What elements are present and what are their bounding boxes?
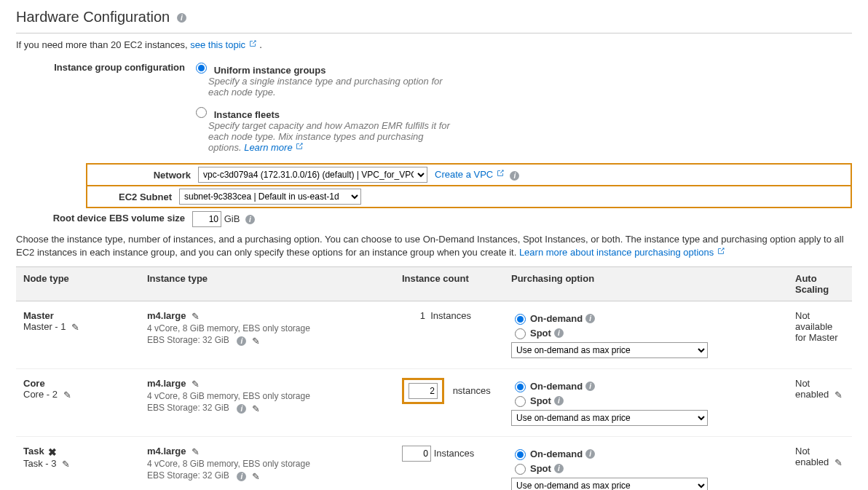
ondemand-label: On-demand [530, 381, 583, 392]
ondemand-option[interactable]: On-demand i [511, 379, 781, 392]
autoscale-text: Not enabled [795, 446, 829, 467]
instance-spec: 4 vCore, 8 GiB memory, EBS only storage [147, 391, 387, 401]
header-purchase: Purchasing option [504, 267, 788, 301]
spot-option[interactable]: Spot i [511, 326, 781, 339]
spot-radio[interactable] [515, 464, 526, 475]
node-type-cell: Core Core - 2 ✎ [16, 372, 140, 432]
fleets-learn-more[interactable]: Learn more [244, 142, 304, 153]
ondemand-option[interactable]: On-demand i [511, 312, 781, 325]
pencil-icon[interactable]: ✎ [62, 459, 70, 470]
uniform-title: Uniform instance groups [214, 65, 326, 76]
ondemand-label: On-demand [530, 313, 583, 324]
count-unit: nstances [453, 385, 491, 396]
info-icon[interactable]: i [237, 404, 246, 414]
spot-option[interactable]: Spot i [511, 462, 781, 475]
instance-count-input[interactable] [402, 446, 431, 462]
pencil-icon[interactable]: ✎ [192, 446, 200, 457]
autoscale-cell: Not enabled ✎ [788, 440, 852, 490]
pencil-icon[interactable]: ✎ [252, 336, 260, 347]
info-icon[interactable]: i [585, 382, 595, 391]
pencil-icon[interactable]: ✎ [63, 390, 71, 400]
instance-ebs: EBS Storage: 32 GiB i ✎ [147, 403, 387, 414]
info-icon[interactable]: i [585, 314, 595, 323]
root-ebs-value: GiB i [192, 211, 852, 227]
header-autoscale: Auto Scaling [788, 267, 852, 301]
purchasing-options-link[interactable]: Learn more about instance purchasing opt… [519, 247, 725, 258]
intro-prefix: If you need more than 20 EC2 instances, [16, 39, 190, 50]
uniform-radio[interactable] [196, 63, 207, 74]
highlight-count [402, 378, 444, 404]
ondemand-radio[interactable] [515, 449, 526, 460]
external-link-icon [248, 39, 257, 48]
spot-price-select[interactable]: Use on-demand as max price [511, 342, 708, 358]
instance-count-input[interactable] [409, 383, 438, 399]
fleets-title: Instance fleets [214, 109, 280, 120]
fleets-radio[interactable] [196, 107, 207, 118]
fleets-desc: Specify target capacity and how Amazon E… [208, 120, 456, 153]
spot-option[interactable]: Spot i [511, 394, 781, 407]
create-vpc-link[interactable]: Create a VPC [435, 169, 507, 180]
subnet-select[interactable]: subnet-9c383cea | Default in us-east-1d [179, 189, 361, 205]
info-icon[interactable]: i [554, 328, 564, 338]
info-icon[interactable]: i [245, 215, 255, 224]
uniform-groups-option[interactable]: Uniform instance groups Specify a single… [192, 60, 852, 98]
header-count: Instance count [395, 267, 504, 301]
pencil-icon[interactable]: ✎ [71, 322, 79, 333]
external-link-icon [295, 142, 304, 151]
info-icon[interactable]: i [554, 464, 564, 473]
intro-link[interactable]: see this topic [190, 39, 259, 50]
page-title: Hardware Configuration i [16, 9, 852, 25]
info-icon[interactable]: i [237, 472, 246, 481]
pencil-icon[interactable]: ✎ [252, 471, 260, 482]
info-icon[interactable]: i [554, 396, 564, 406]
uniform-desc: Specify a single instance type and purch… [208, 76, 456, 98]
autoscale-text: Not available for Master [795, 310, 838, 343]
node-type-cell: Task ✖Task - 3 ✎ [16, 440, 140, 490]
spot-label: Spot [530, 395, 551, 406]
spot-radio[interactable] [515, 396, 526, 407]
info-icon[interactable]: i [510, 171, 519, 181]
pencil-icon[interactable]: ✎ [835, 457, 843, 468]
table-row: Master Master - 1 ✎m4.large ✎4 vCore, 8 … [16, 301, 852, 369]
node-sub: Task - 3 ✎ [23, 458, 133, 470]
fleets-option[interactable]: Instance fleets Specify target capacity … [192, 105, 852, 153]
root-ebs-input[interactable] [192, 211, 221, 227]
pencil-icon[interactable]: ✎ [192, 379, 200, 390]
spot-price-select[interactable]: Use on-demand as max price [511, 478, 708, 490]
node-name: Master [23, 310, 54, 321]
autoscale-cell: Not available for Master [788, 304, 852, 364]
ondemand-radio[interactable] [515, 382, 526, 392]
table-header: Node type Instance type Instance count P… [16, 267, 852, 301]
info-icon[interactable]: i [177, 13, 186, 23]
desc-link-text: Learn more about instance purchasing opt… [519, 247, 714, 258]
spot-radio[interactable] [515, 328, 526, 339]
root-ebs-unit: GiB [224, 213, 240, 224]
instance-spec: 4 vCore, 8 GiB memory, EBS only storage [147, 459, 387, 469]
autoscale-text: Not enabled [795, 378, 829, 400]
header-nodetype: Node type [16, 267, 140, 301]
instance-ebs: EBS Storage: 32 GiB i ✎ [147, 470, 387, 481]
remove-icon[interactable]: ✖ [48, 446, 57, 458]
spot-label: Spot [530, 463, 551, 474]
subnet-row-highlight: EC2 Subnet subnet-9c383cea | Default in … [86, 186, 852, 208]
table-row: Task ✖Task - 3 ✎m4.large ✎4 vCore, 8 GiB… [16, 437, 852, 490]
network-select[interactable]: vpc-c3d079a4 (172.31.0.0/16) (default) |… [198, 167, 427, 183]
pencil-icon[interactable]: ✎ [192, 311, 200, 322]
node-sub: Master - 1 ✎ [23, 321, 133, 333]
info-icon[interactable]: i [237, 336, 246, 346]
pencil-icon[interactable]: ✎ [835, 390, 843, 400]
ondemand-option[interactable]: On-demand i [511, 447, 781, 460]
pencil-icon[interactable]: ✎ [252, 403, 260, 414]
intro-link-text: see this topic [190, 39, 245, 50]
node-type-cell: Master Master - 1 ✎ [16, 304, 140, 364]
info-icon[interactable]: i [585, 449, 595, 459]
spot-price-select[interactable]: Use on-demand as max price [511, 410, 708, 426]
root-ebs-label: Root device EBS volume size [16, 211, 192, 224]
header-insttype: Instance type [140, 267, 395, 301]
fleets-learn-text: Learn more [244, 142, 292, 153]
spot-label: Spot [530, 328, 551, 339]
table-row: Core Core - 2 ✎m4.large ✎4 vCore, 8 GiB … [16, 369, 852, 437]
instance-name: m4.large [147, 378, 186, 389]
instance-count-value: 1 [402, 310, 425, 321]
ondemand-radio[interactable] [515, 314, 526, 325]
